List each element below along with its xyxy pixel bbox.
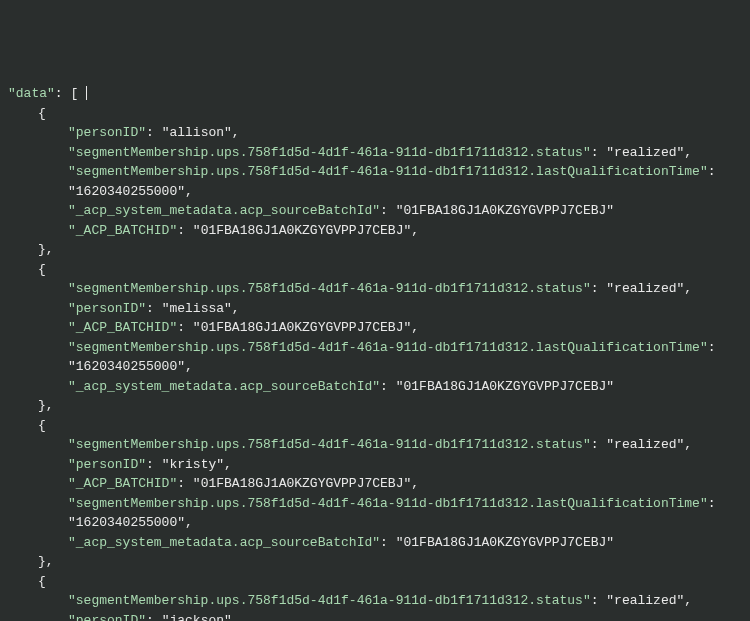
json-keyvalue: "segmentMembership.ups.758f1d5d-4d1f-461… [8,279,750,299]
json-value-wrap: "1620340255000", [8,513,750,533]
json-object-open: { [8,260,750,280]
json-keyvalue: "_ACP_BATCHID": "01FBA18GJ1A0KZGYGVPPJ7C… [8,474,750,494]
json-object-open: { [8,572,750,592]
json-object-close: }, [8,396,750,416]
json-object-open: { [8,104,750,124]
json-key-wrap: "segmentMembership.ups.758f1d5d-4d1f-461… [8,494,750,514]
json-keyvalue: "_ACP_BATCHID": "01FBA18GJ1A0KZGYGVPPJ7C… [8,221,750,241]
json-object-close: }, [8,552,750,572]
text-cursor [86,86,87,100]
json-keyvalue: "_acp_system_metadata.acp_sourceBatchId"… [8,377,750,397]
json-key-wrap: "segmentMembership.ups.758f1d5d-4d1f-461… [8,338,750,358]
json-object-open: { [8,416,750,436]
json-keyvalue: "personID": "kristy", [8,455,750,475]
json-keyvalue: "_ACP_BATCHID": "01FBA18GJ1A0KZGYGVPPJ7C… [8,318,750,338]
json-code-block[interactable]: "data": [{"personID": "allison","segment… [8,84,750,621]
json-keyvalue: "_acp_system_metadata.acp_sourceBatchId"… [8,533,750,553]
json-keyvalue: "segmentMembership.ups.758f1d5d-4d1f-461… [8,143,750,163]
json-keyvalue: "segmentMembership.ups.758f1d5d-4d1f-461… [8,591,750,611]
json-value-wrap: "1620340255000", [8,182,750,202]
json-keyvalue: "_acp_system_metadata.acp_sourceBatchId"… [8,201,750,221]
json-keyvalue: "personID": "jackson", [8,611,750,622]
json-value-wrap: "1620340255000", [8,357,750,377]
json-keyvalue: "personID": "allison", [8,123,750,143]
json-root-key: "data": [ [8,84,750,104]
json-keyvalue: "segmentMembership.ups.758f1d5d-4d1f-461… [8,435,750,455]
json-keyvalue: "personID": "melissa", [8,299,750,319]
json-key-wrap: "segmentMembership.ups.758f1d5d-4d1f-461… [8,162,750,182]
json-object-close: }, [8,240,750,260]
